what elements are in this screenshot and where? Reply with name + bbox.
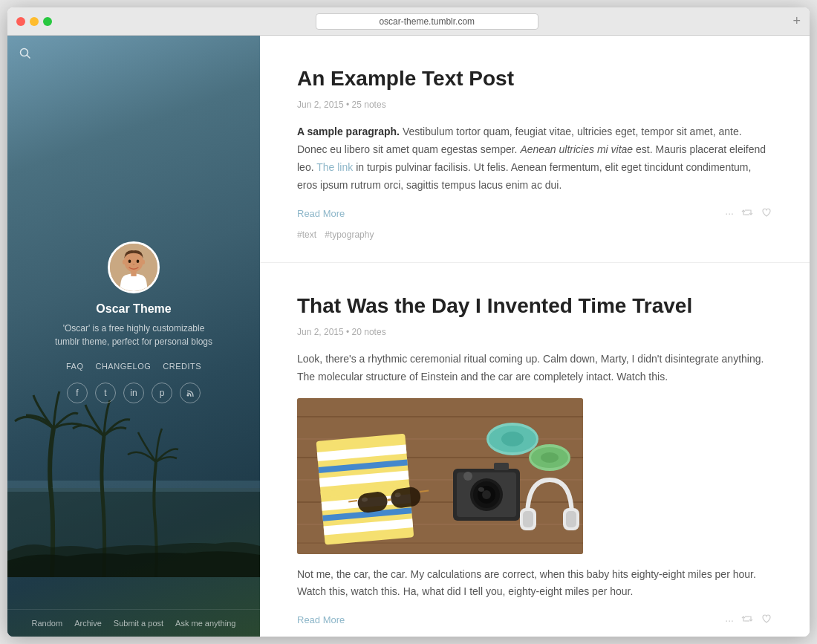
post-1-bold: A sample paragraph. <box>297 126 400 137</box>
blog-description: 'Oscar' is a free highly customizable tu… <box>52 322 215 348</box>
post-1-meta: Jun 2, 2015 • 25 notes <box>297 100 772 110</box>
post-2-more-icon[interactable]: ··· <box>725 614 734 626</box>
svg-line-3 <box>27 56 30 59</box>
post-1-like-icon[interactable] <box>761 206 772 221</box>
sidebar-navigation: FAQ CHANGELOG CREDITS <box>66 362 201 371</box>
svg-rect-48 <box>494 463 509 470</box>
social-icons: f t in p <box>67 383 201 403</box>
tag-typography[interactable]: #typography <box>325 230 374 240</box>
post-2-body-outro: Not me, the car, the car. My calculation… <box>297 566 772 602</box>
browser-body: Oscar Theme 'Oscar' is a free highly cus… <box>7 36 810 637</box>
footer-ask[interactable]: Ask me anything <box>175 619 235 628</box>
post-2-reblog-icon[interactable] <box>741 613 753 627</box>
post-1-reblog-icon[interactable] <box>741 206 753 221</box>
post-2-image <box>297 398 583 554</box>
svg-point-6 <box>128 259 131 263</box>
avatar <box>108 241 160 293</box>
linkedin-icon[interactable]: in <box>123 383 144 403</box>
sidebar-footer: Random Archive Submit a post Ask me anyt… <box>7 609 260 637</box>
svg-rect-52 <box>523 511 533 527</box>
post-2: That Was the Day I Invented Time Travel … <box>260 263 810 637</box>
pinterest-icon[interactable]: p <box>152 383 172 403</box>
post-2-image-content <box>297 398 583 554</box>
nav-changelog[interactable]: CHANGELOG <box>95 362 151 371</box>
sidebar: Oscar Theme 'Oscar' is a free highly cus… <box>7 36 260 637</box>
post-1-more-icon[interactable]: ··· <box>725 207 734 219</box>
url-bar[interactable]: oscar-theme.tumblr.com <box>316 13 538 30</box>
post-2-actions: ··· <box>725 613 772 627</box>
main-content: An Example Text Post Jun 2, 2015 • 25 no… <box>260 36 810 637</box>
svg-point-30 <box>501 432 524 446</box>
blog-name: Oscar Theme <box>96 302 171 316</box>
svg-point-11 <box>187 394 189 397</box>
twitter-icon[interactable]: t <box>95 383 116 403</box>
footer-archive[interactable]: Archive <box>74 619 102 628</box>
svg-point-8 <box>123 259 126 264</box>
search-icon[interactable] <box>19 48 31 62</box>
browser-chrome: oscar-theme.tumblr.com + <box>7 7 810 36</box>
post-2-meta: Jun 2, 2015 • 20 notes <box>297 327 772 337</box>
sidebar-content: Oscar Theme 'Oscar' is a free highly cus… <box>7 36 260 609</box>
traffic-lights <box>16 17 52 26</box>
post-1-title: An Example Text Post <box>297 65 772 92</box>
post-1-read-more[interactable]: Read More <box>297 208 345 219</box>
close-button[interactable] <box>16 17 25 26</box>
minimize-button[interactable] <box>30 17 39 26</box>
browser-address-bar: oscar-theme.tumblr.com <box>61 13 792 30</box>
post-1-text3: in turpis pulvinar facilisis. Ut felis. … <box>297 161 751 191</box>
tag-text[interactable]: #text <box>297 230 316 240</box>
svg-line-36 <box>387 499 391 500</box>
browser-window: oscar-theme.tumblr.com + <box>7 7 810 637</box>
facebook-icon[interactable]: f <box>67 383 88 403</box>
rss-icon[interactable] <box>180 383 201 403</box>
post-1-italic: Aenean ultricies mi vitae <box>520 143 633 155</box>
svg-point-47 <box>478 487 484 492</box>
svg-point-46 <box>482 490 491 499</box>
footer-submit[interactable]: Submit a post <box>114 619 163 628</box>
post-2-like-icon[interactable] <box>761 613 772 627</box>
new-tab-button[interactable]: + <box>792 13 801 29</box>
post-1-actions: ··· <box>725 206 772 221</box>
post-1-tags: #text #typography <box>297 230 772 240</box>
nav-faq[interactable]: FAQ <box>66 362 84 371</box>
maximize-button[interactable] <box>43 17 52 26</box>
svg-rect-53 <box>566 511 576 527</box>
post-2-body-intro: Look, there's a rhythmic ceremonial ritu… <box>297 351 772 386</box>
post-1: An Example Text Post Jun 2, 2015 • 25 no… <box>260 36 810 263</box>
post-1-body: A sample paragraph. Vestibulum tortor qu… <box>297 123 772 194</box>
nav-credits[interactable]: CREDITS <box>163 362 201 371</box>
svg-rect-10 <box>131 271 136 276</box>
svg-point-49 <box>463 472 472 481</box>
post-1-footer: Read More ··· <box>297 206 772 221</box>
post-1-link[interactable]: The link <box>316 161 353 173</box>
svg-point-7 <box>137 259 140 263</box>
svg-point-9 <box>142 259 146 264</box>
post-2-title: That Was the Day I Invented Time Travel <box>297 293 772 319</box>
post-2-footer: Read More ··· <box>297 613 772 627</box>
footer-random[interactable]: Random <box>32 619 63 628</box>
svg-point-33 <box>541 452 559 463</box>
post-2-read-more[interactable]: Read More <box>297 614 345 625</box>
